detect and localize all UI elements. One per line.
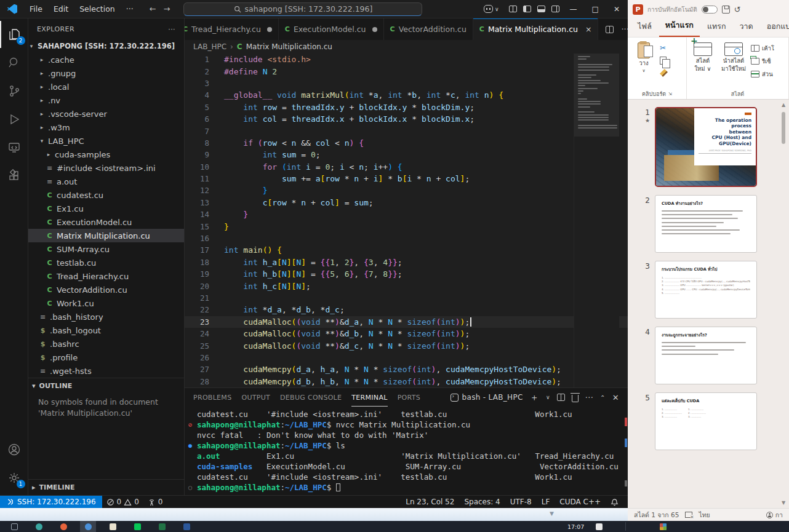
explorer-item--bash-history[interactable]: ≡.bash_history xyxy=(28,310,184,324)
panel-tab-output[interactable]: OUTPUT xyxy=(241,388,270,407)
taskbar-app-active[interactable] xyxy=(80,521,96,532)
ribbon-tab-home[interactable]: หน้าแรก xyxy=(659,16,700,37)
encoding-setting[interactable]: UTF-8 xyxy=(506,498,536,506)
indentation-setting[interactable]: Spaces: 4 xyxy=(460,498,504,506)
code-line[interactable]: 22 int *d_a, *d_b, *d_c; xyxy=(185,304,628,316)
code-line[interactable]: 14 } xyxy=(185,208,628,220)
code-line[interactable]: 19 int h_b[N][N] = {{5, 6}, {7, 8}}; xyxy=(185,268,628,280)
code-line[interactable]: 21 xyxy=(185,292,628,304)
window-minimize-button[interactable]: — xyxy=(566,5,582,14)
outline-header[interactable]: ▾OUTLINE xyxy=(28,378,184,393)
code-line[interactable]: 3 xyxy=(185,77,628,89)
taskbar-app-1[interactable] xyxy=(6,521,22,532)
code-line[interactable]: 23 cudaMalloc((void **)&d_a, N * N * siz… xyxy=(185,316,628,328)
activity-run-debug-button[interactable] xyxy=(0,106,28,133)
close-icon[interactable]: × xyxy=(585,25,591,34)
section-button[interactable]: ส่วน xyxy=(751,69,774,79)
ports-indicator[interactable]: 0 xyxy=(143,496,167,508)
explorer-actions-button[interactable]: ··· xyxy=(168,25,175,33)
code-line[interactable]: 28 cudaMemcpy(d_b, h_b, N * N * sizeof(i… xyxy=(185,376,628,387)
customize-layout-button[interactable] xyxy=(509,6,517,12)
explorer-item--include-iostream-ini[interactable]: ≡#include <iostream>.ini xyxy=(28,161,184,175)
taskbar-app-5[interactable] xyxy=(105,521,121,532)
tab-vectoraddition-cu[interactable]: CVectorAddition.cu xyxy=(384,18,473,40)
accessibility-icon[interactable] xyxy=(766,512,773,518)
toggle-sidebar-icon[interactable] xyxy=(523,6,531,12)
explorer-item--profile[interactable]: $.profile xyxy=(28,351,184,364)
explorer-item-tread-hierachy-cu[interactable]: CTread_Hierachy.cu xyxy=(28,269,184,283)
undo-icon[interactable]: ↺ xyxy=(734,5,741,14)
taskbar-app-6[interactable] xyxy=(129,521,145,532)
code-line[interactable]: 11 sum += a[row * n + i] * b[i * n + col… xyxy=(185,173,628,185)
explorer-item--bashrc[interactable]: $.bashrc xyxy=(28,337,184,351)
minimap[interactable] xyxy=(574,54,619,387)
slide-thumbnail-2[interactable]: 2CUDA ทำงานอย่างไร? xyxy=(628,195,789,253)
scroll-down-icon[interactable]: ▼ xyxy=(780,500,787,506)
new-terminal-button[interactable]: ＋ xyxy=(530,392,539,403)
code-line[interactable]: 20 int h_c[N][N]; xyxy=(185,280,628,292)
cursor-position[interactable]: Ln 23, Col 52 xyxy=(401,498,459,506)
terminal-shell-label[interactable]: bash - LAB_HPC xyxy=(451,393,523,402)
panel-tab-debug-console[interactable]: DEBUG CONSOLE xyxy=(280,388,342,407)
explorer-item-executionmodel-cu[interactable]: CExecutionModel.cu xyxy=(28,215,184,229)
taskbar-app-8[interactable] xyxy=(178,521,194,532)
taskbar-app-7[interactable] xyxy=(154,521,170,532)
terminal[interactable]: cudatest.cu '#include <iostream>.ini' te… xyxy=(185,407,628,495)
terminal-dropdown-button[interactable]: ∨ xyxy=(546,394,550,400)
explorer-item--vscode-server[interactable]: ▸.vscode-server xyxy=(28,107,184,121)
explorer-item--bash-logout[interactable]: $.bash_logout xyxy=(28,324,184,337)
code-line[interactable]: 12 } xyxy=(185,185,628,196)
slide-thumbnail-canvas[interactable]: กระบวนโปรแกรม CUDA ทั่วไป1. ………………………………… xyxy=(655,261,757,319)
code-line[interactable]: 4__global__ void matrixMul(int *a, int *… xyxy=(185,89,628,101)
slide-thumbnail-4[interactable]: 4งานจะถูกกระจายอย่างไร? xyxy=(628,327,789,384)
code-line[interactable]: 10 for (int i = 0; i < n; i++) { xyxy=(185,161,628,173)
code-line[interactable]: 8 if (row < n && col < n) { xyxy=(185,137,628,149)
nav-back-button[interactable]: ← xyxy=(150,4,156,14)
problems-indicator[interactable]: 0 0 xyxy=(102,496,143,508)
explorer-item--gnupg[interactable]: ▸.gnupg xyxy=(28,66,184,80)
explorer-root-item[interactable]: ▾SAHAPONG [SSH: 172.30.222.196] xyxy=(28,39,184,53)
split-terminal-icon[interactable] xyxy=(557,394,565,401)
split-editor-icon[interactable] xyxy=(606,26,614,33)
cut-icon[interactable]: ✂ xyxy=(660,44,668,52)
slide-thumbnail-canvas[interactable]: งานจะถูกกระจายอย่างไร? xyxy=(655,327,757,384)
code-line[interactable]: 24 cudaMalloc((void **)&d_b, N * N * siz… xyxy=(185,328,628,339)
taskbar-app-2[interactable] xyxy=(31,521,47,532)
code-line[interactable]: 6 int col = threadIdx.x + blockIdx.x * b… xyxy=(185,113,628,125)
explorer-item--wget-hsts[interactable]: ≡.wget-hsts xyxy=(28,364,184,378)
save-icon[interactable] xyxy=(722,6,730,14)
command-center[interactable]: sahapong [SSH: 172.30.222.196] xyxy=(183,2,422,16)
new-slide-button[interactable]: สไลด์ใหม่ ∨ xyxy=(689,40,716,89)
remote-indicator[interactable]: SSH: 172.30.222.196 xyxy=(0,496,102,508)
tab-tread-hierachy-cu[interactable]: CTread_Hierachy.cu xyxy=(185,18,279,40)
layout-button[interactable]: เค้าโ xyxy=(751,44,774,53)
slide-thumbnail-canvas[interactable]: แต่ละสเต็ปกับ CUDA1. ……………2. …………………3. …… xyxy=(655,392,757,450)
ribbon-tab-x[interactable]: แทรก xyxy=(701,17,732,37)
activity-explorer-button[interactable]: 2 xyxy=(0,21,28,48)
activity-remote-explorer-button[interactable] xyxy=(0,134,28,161)
ribbon-tab-x[interactable]: วาด xyxy=(734,17,759,37)
explorer-item-lab-hpc[interactable]: ▾LAB_HPC xyxy=(28,134,184,148)
notifications-button[interactable] xyxy=(606,498,623,506)
explorer-item--local[interactable]: ▸.local xyxy=(28,80,184,93)
code-line[interactable]: 5 int row = threadIdx.y + blockIdx.y * b… xyxy=(185,101,628,113)
code-line[interactable]: 25 cudaMalloc((void **)&d_c, N * N * siz… xyxy=(185,339,628,351)
explorer-item-matrix-multiplication-cu[interactable]: CMatrix Multiplication.cu xyxy=(28,229,184,242)
toggle-secondary-sidebar-icon[interactable] xyxy=(551,6,559,12)
panel-tab-problems[interactable]: PROBLEMS xyxy=(193,388,231,407)
code-line[interactable]: 15} xyxy=(185,220,628,232)
menu-item-file[interactable]: File xyxy=(25,2,47,15)
code-line[interactable]: 13 c[row * n + col] = sum; xyxy=(185,197,628,208)
explorer-item--w3m[interactable]: ▸.w3m xyxy=(28,121,184,134)
activity-source-control-button[interactable] xyxy=(0,77,28,105)
taskbar-app-3[interactable] xyxy=(55,521,71,532)
menu-item-[interactable]: ··· xyxy=(121,2,138,15)
panel-maximize-button[interactable]: ⌃ xyxy=(600,394,606,401)
code-line[interactable]: 27 cudaMemcpy(d_a, h_a, N * N * sizeof(i… xyxy=(185,363,628,375)
copilot-button[interactable]: ∨ xyxy=(484,5,499,13)
explorer-item-vectoraddition-cu[interactable]: CVectorAddition.cu xyxy=(28,283,184,296)
window-close-button[interactable]: ✕ xyxy=(609,5,624,14)
scroll-up-icon[interactable]: ▲ xyxy=(780,102,787,108)
activity-settings-button[interactable]: 1 xyxy=(0,464,28,491)
format-painter-icon[interactable] xyxy=(660,69,668,77)
